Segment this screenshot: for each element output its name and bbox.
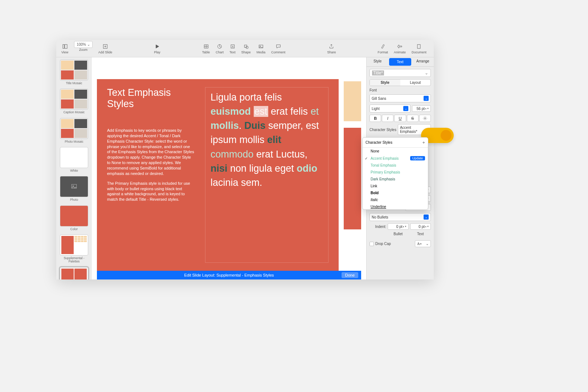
character-styles-popover: Character Styles + None✓Accent EmphasisU… <box>362 137 428 210</box>
italic-button[interactable]: I <box>382 115 393 122</box>
svg-marker-5 <box>156 45 159 48</box>
charstyle-tonal-emphasis[interactable]: Tonal Emphasis <box>363 162 428 169</box>
add-slide-label: Add Slide <box>98 50 113 54</box>
svg-point-19 <box>424 118 425 119</box>
charstyle-accent-emphasis[interactable]: ✓Accent EmphasisUpdate <box>363 155 428 162</box>
charstyle-bold[interactable]: Bold <box>363 189 428 196</box>
style-layout-segmented[interactable]: Style Layout <box>369 79 431 86</box>
tab-arrange[interactable]: Arrange <box>412 57 434 66</box>
zoom-dropdown[interactable]: 100% ⌄Zoom <box>71 45 95 52</box>
dropcap-style-dropdown[interactable]: A≡⌄ <box>415 240 431 247</box>
thumb-title-mosaic[interactable]: Title Mosaic <box>60 60 88 87</box>
dropcap-checkbox[interactable] <box>369 242 374 246</box>
view-button[interactable]: View <box>58 43 71 54</box>
slide-body-1[interactable]: Add Emphasis to key words or phrases by … <box>107 128 194 176</box>
edit-layout-bar: Edit Slide Layout: Supplemental - Emphas… <box>97 271 361 279</box>
share-button[interactable]: Share <box>324 43 339 54</box>
text-button[interactable]: AText <box>226 43 238 54</box>
comment-button[interactable]: Comment <box>268 43 288 54</box>
font-size-field[interactable]: 56 pt▲▼ <box>412 105 431 112</box>
tab-style[interactable]: Style <box>367 57 388 66</box>
segment-layout: Layout <box>400 79 431 86</box>
slide-canvas: Text Emphasis Styles Add Emphasis to key… <box>92 57 366 279</box>
svg-text:A: A <box>232 45 234 48</box>
font-family-dropdown[interactable]: Gill Sans⌄ <box>369 94 431 102</box>
indent-bullet-field[interactable]: 0 pt▲▼ <box>388 223 409 230</box>
shape-button[interactable]: Shape <box>238 43 254 54</box>
indent-text-field[interactable]: 0 pt▲▼ <box>410 223 431 230</box>
charstyle-dark-emphasis[interactable]: Dark Emphasis <box>363 176 428 183</box>
font-label: Font <box>369 88 431 92</box>
tab-text[interactable]: Text <box>389 58 411 66</box>
slide-heading[interactable]: Text Emphasis Styles <box>107 87 194 110</box>
charstyles-label: Character Styles <box>369 128 396 132</box>
add-style-button[interactable]: + <box>422 140 425 145</box>
zoom-label: Zoom <box>79 48 87 52</box>
thumb-caption-mosaic[interactable]: Caption Mosaic <box>60 89 88 116</box>
svg-rect-16 <box>417 44 420 48</box>
toolbar: View 100% ⌄Zoom Add Slide Play Table Cha… <box>56 40 434 57</box>
indent-label: Indent: <box>369 225 386 229</box>
add-slide-button[interactable]: Add Slide <box>95 43 115 54</box>
edit-layout-text: Edit Slide Layout: Supplemental - Emphas… <box>184 273 274 277</box>
sample-text-box[interactable]: Ligula porta felis euismod est erat feli… <box>205 87 328 263</box>
charstyle-link[interactable]: Link <box>363 183 428 189</box>
done-button[interactable]: Done <box>342 272 358 278</box>
underline-button[interactable]: U <box>394 115 406 122</box>
paragraph-style-dropdown[interactable]: Title* ⌄ <box>369 69 431 77</box>
decorative-bars <box>344 79 361 271</box>
play-button[interactable]: Play <box>151 43 163 54</box>
view-label: View <box>61 50 68 54</box>
thumb-color[interactable]: Color <box>60 205 88 233</box>
slide-navigator[interactable]: Title MosaicCaption MosaicPhoto MosaicWh… <box>56 57 92 279</box>
format-button[interactable]: Format <box>375 43 391 54</box>
table-button[interactable]: Table <box>199 43 213 54</box>
strike-button[interactable]: S <box>407 115 418 122</box>
toggle-knob <box>441 130 452 141</box>
thumb-supplemental-emphasis-styles[interactable]: Supplemental - Emphasis Styles <box>60 267 88 279</box>
font-options-button[interactable] <box>419 115 431 122</box>
charstyle-italic[interactable]: Italic <box>363 196 428 203</box>
bullets-mode-dropdown[interactable]: No Bullets⌄ <box>369 213 431 221</box>
popover-title: Character Styles <box>366 140 392 144</box>
charstyle-none[interactable]: None <box>363 148 428 155</box>
slide-body[interactable]: Text Emphasis Styles Add Emphasis to key… <box>97 79 339 271</box>
character-styles-list: None✓Accent EmphasisUpdateTonal Emphasis… <box>363 148 428 209</box>
media-button[interactable]: Media <box>254 43 269 54</box>
thumb-photo[interactable]: Photo <box>60 176 88 204</box>
font-weight-dropdown[interactable]: Light⌄ <box>369 105 411 113</box>
thumb-white[interactable]: White <box>60 147 88 175</box>
svg-rect-0 <box>63 44 64 48</box>
bold-button[interactable]: B <box>369 115 381 122</box>
update-style-button[interactable]: Update <box>410 156 425 160</box>
document-button[interactable]: Document <box>409 43 429 54</box>
thumb-photo-mosaic[interactable]: Photo Mosaic <box>60 118 88 146</box>
segment-style: Style <box>370 79 400 86</box>
chart-button[interactable]: Chart <box>213 43 226 54</box>
animate-button[interactable]: Animate <box>391 43 409 54</box>
dropcap-label: Drop Cap <box>375 242 391 246</box>
thumb-supplemental-palettes[interactable]: Supplemental - Palettes <box>60 234 88 266</box>
svg-rect-1 <box>65 44 67 48</box>
charstyle-primary-emphasis[interactable]: Primary Emphasis <box>363 169 428 176</box>
slide-body-2[interactable]: The Primary Emphasis style is included f… <box>107 181 194 202</box>
charstyle-underline[interactable]: Underline <box>363 203 428 209</box>
